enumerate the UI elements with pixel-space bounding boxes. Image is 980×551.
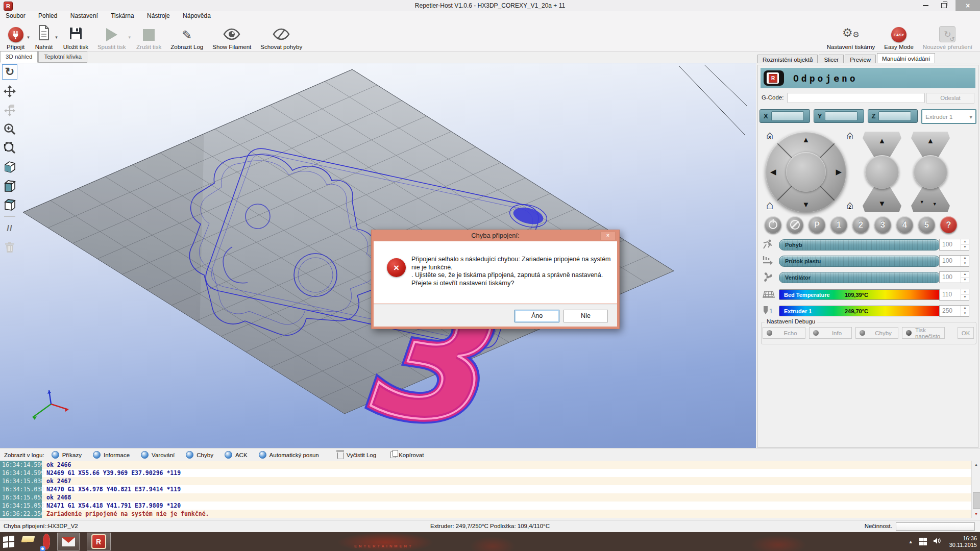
iso-view-tool[interactable]	[3, 160, 17, 174]
debug-dry-run-toggle[interactable]: Tisk nanečisto	[902, 327, 945, 339]
parallel-projection-tool[interactable]: //	[3, 221, 17, 236]
opera-button[interactable]	[43, 537, 50, 546]
home-y-button[interactable]: ⌂Y	[842, 129, 857, 143]
preset-5-button[interactable]: 5	[918, 216, 935, 233]
speed-slider[interactable]: Pohyb	[779, 239, 940, 251]
scroll-up-icon[interactable]: ▲	[972, 461, 980, 468]
debug-echo-toggle[interactable]: Echo	[763, 327, 805, 339]
home-z-button[interactable]: ⌂Z	[842, 199, 857, 213]
taskbar-clock[interactable]: 16:36 30.11.2015	[949, 535, 977, 548]
fan-value[interactable]: 100 ▲▼	[939, 271, 969, 283]
extruder-temperature-spinner[interactable]: ▲▼	[961, 306, 969, 316]
filter-commands[interactable]: Příkazy	[52, 451, 82, 459]
printer-settings-button[interactable]: ⚙⚙ Nastavení tiskárny	[822, 19, 880, 51]
save-print-button[interactable]: Uložit tisk	[59, 19, 93, 51]
close-button[interactable]: ×	[955, 0, 980, 11]
home-all-button[interactable]: ⌂	[762, 199, 777, 213]
bed-temperature-spinner[interactable]: ▲▼	[961, 289, 969, 300]
z-jog-control[interactable]: ▲ ▼	[863, 132, 901, 212]
power-button[interactable]	[765, 216, 781, 233]
minimize-button[interactable]	[918, 0, 933, 11]
fan-spinner[interactable]: ▲▼	[961, 272, 969, 283]
fit-view-tool[interactable]	[3, 141, 17, 155]
repetier-taskbar-button[interactable]: R	[87, 533, 111, 550]
send-gcode-button[interactable]: Odeslat	[926, 93, 974, 104]
flow-value[interactable]: 100 ▲▼	[939, 255, 969, 267]
tab-teplotni-krivka[interactable]: Teplotní křivka	[38, 51, 87, 63]
extruder-jog-control[interactable]: ▲ ▼ ▼	[911, 132, 950, 212]
extrude-fast-icon[interactable]: ▼	[933, 203, 937, 206]
copy-log-button[interactable]: Kopírovat	[390, 452, 424, 458]
tab-manualni-ovladani[interactable]: Manuální ovládání	[877, 53, 935, 63]
dialog-no-button[interactable]: Nie	[564, 310, 608, 322]
hide-travel-button[interactable]: Schovat pohyby	[256, 19, 307, 51]
log-filter-label: Zobrazit v logu:	[4, 452, 44, 458]
rotate-view-tool[interactable]: ↻	[2, 64, 17, 80]
clear-log-button[interactable]: Vyčistit Log	[337, 451, 376, 459]
bed-temperature-value[interactable]: 110 ▲▼	[939, 289, 969, 300]
show-filament-button[interactable]: Show Filament	[208, 19, 256, 51]
network-icon[interactable]	[919, 538, 927, 545]
jog-x-plus-icon[interactable]: ▶	[836, 167, 842, 177]
debug-ok-button[interactable]: OK	[958, 327, 974, 339]
load-button[interactable]: Nahrát	[31, 19, 58, 51]
filter-info[interactable]: Informace	[93, 451, 130, 459]
dialog-close-button[interactable]: ×	[600, 232, 616, 240]
log-output[interactable]: 16:34:14.599ok 2466 16:34:14.599N2469 G1…	[0, 461, 971, 518]
preset-4-button[interactable]: 4	[896, 216, 913, 233]
extruder-temperature-value[interactable]: 250 ▲▼	[939, 305, 969, 317]
show-log-button[interactable]: ✎ Zobrazit Log	[166, 19, 208, 51]
filter-ack[interactable]: ACK	[225, 451, 248, 459]
extrude-icon[interactable]: ▼	[920, 199, 924, 205]
z-down-icon[interactable]: ▼	[878, 199, 886, 208]
extruder-temperature-slider[interactable]: Extruder 1249,70°C	[779, 306, 940, 316]
extruder-select[interactable]: Extruder 1▾	[921, 109, 976, 124]
bed-temperature-slider[interactable]: Bed Temperature109,39°C	[779, 289, 940, 300]
volume-icon[interactable]	[933, 537, 941, 546]
filter-autoscroll[interactable]: Automatický posun	[259, 451, 319, 459]
speed-spinner[interactable]: ▲▼	[961, 239, 969, 250]
connect-button[interactable]: Připojit	[2, 19, 29, 51]
tray-expand-icon[interactable]: ▲	[909, 539, 913, 544]
xy-jog-pad[interactable]: ▲ ▼ ◀ ▶	[766, 132, 846, 212]
flow-spinner[interactable]: ▲▼	[961, 256, 969, 266]
zoom-tool[interactable]	[3, 122, 17, 136]
gcode-input[interactable]	[787, 93, 925, 103]
flow-slider[interactable]: Průtok plastu	[779, 256, 940, 267]
park-button[interactable]: P	[808, 216, 825, 233]
tab-3d-nahled[interactable]: 3D náhled	[0, 51, 38, 63]
log-toolbar: Zobrazit v logu: Příkazy Informace Varov…	[0, 448, 980, 461]
filter-warnings[interactable]: Varování	[141, 451, 175, 459]
scroll-down-icon[interactable]: ▼	[972, 510, 980, 518]
help-button[interactable]: ?	[940, 216, 957, 233]
preset-1-button[interactable]: 1	[830, 216, 847, 233]
front-view-tool[interactable]	[3, 179, 17, 193]
fan-slider[interactable]: Ventilátor	[779, 272, 940, 283]
dialog-yes-button[interactable]: Áno	[514, 310, 559, 322]
jog-y-minus-icon[interactable]: ▼	[802, 200, 810, 209]
restore-button[interactable]	[936, 0, 951, 11]
debug-errors-toggle[interactable]: Chyby	[855, 327, 898, 339]
preset-3-button[interactable]: 3	[874, 216, 891, 233]
jog-y-plus-icon[interactable]: ▲	[802, 135, 810, 144]
home-x-button[interactable]: ⌂X	[762, 129, 777, 143]
scrollbar-thumb[interactable]	[973, 492, 980, 509]
move-view-tool[interactable]	[3, 84, 17, 98]
flow-icon	[762, 255, 775, 266]
filament-off-button[interactable]	[787, 216, 803, 233]
preset-2-button[interactable]: 2	[852, 216, 869, 233]
start-button[interactable]	[3, 536, 14, 547]
easy-mode-button[interactable]: EASY Easy Mode	[879, 19, 918, 51]
top-view-tool[interactable]	[3, 197, 17, 212]
print-volume-edges	[679, 65, 747, 135]
retract-icon[interactable]: ▲	[927, 136, 935, 145]
speed-value[interactable]: 100 ▲▼	[939, 239, 969, 251]
mail-button[interactable]	[57, 533, 80, 550]
log-scrollbar[interactable]: ▲ ▼	[971, 461, 980, 518]
filter-errors[interactable]: Chyby	[186, 451, 213, 459]
z-up-icon[interactable]: ▲	[878, 136, 886, 145]
jog-x-minus-icon[interactable]: ◀	[770, 167, 776, 177]
repetier-status-icon: R	[764, 70, 784, 86]
debug-info-toggle[interactable]: Info	[809, 327, 852, 339]
title-bar: R Repetier-Host V1.0.6 - HX3DP_COREXY_V1…	[0, 0, 980, 12]
